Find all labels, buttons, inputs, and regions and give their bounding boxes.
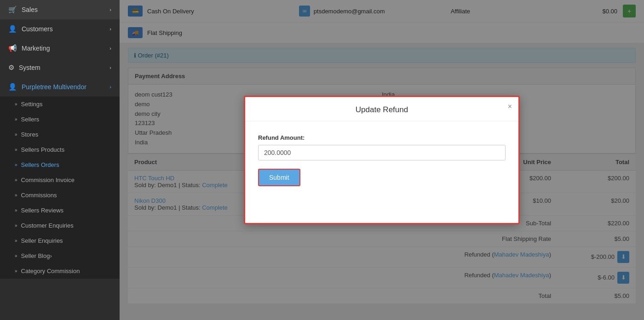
sidebar-label-sellers-reviews: Sellers Reviews — [21, 207, 63, 214]
sidebar-label-commission-invoice: Commission Invoice — [21, 177, 75, 183]
sidebar-item-commissions[interactable]: » Commissions — [0, 188, 120, 203]
sidebar-item-sellers-reviews[interactable]: » Sellers Reviews — [0, 203, 120, 218]
sidebar-label-category-commission: Category Commission — [21, 268, 80, 274]
sidebar-item-customers[interactable]: 👤 Customers › — [0, 19, 120, 39]
sidebar-item-system[interactable]: ⚙ System › — [0, 58, 120, 77]
sidebar-item-category-commission[interactable]: » Category Commission — [0, 263, 120, 279]
bullet-customer-enquiries: » — [15, 223, 17, 228]
purpletree-arrow: › — [109, 84, 111, 90]
sidebar-item-marketing[interactable]: 📢 Marketing › — [0, 39, 120, 58]
sidebar-label-customer-enquiries: Customer Enquiries — [21, 222, 74, 229]
sales-icon: 🛒 — [8, 6, 17, 14]
sidebar-item-sellers-orders[interactable]: » Sellers Orders — [0, 157, 120, 172]
refund-amount-group: Refund Amount: — [258, 134, 506, 160]
sidebar-label-sellers-products: Sellers Products — [21, 146, 65, 153]
sidebar-label-system: System — [19, 64, 40, 71]
sidebar-item-sales[interactable]: 🛒 Sales › — [0, 0, 120, 19]
modal: Update Refund × Refund Amount: Submit — [244, 96, 520, 224]
marketing-arrow: › — [109, 46, 111, 51]
sidebar-item-stores[interactable]: » Stores — [0, 127, 120, 142]
sidebar-label-stores: Stores — [21, 131, 39, 138]
refund-amount-input[interactable] — [258, 145, 506, 160]
bullet-commission-invoice: » — [15, 177, 17, 183]
sidebar-label-sales: Sales — [22, 6, 38, 13]
bullet-stores: » — [15, 132, 17, 137]
bullet-sellers: » — [15, 117, 17, 122]
system-icon: ⚙ — [8, 63, 14, 72]
refund-amount-label: Refund Amount: — [258, 134, 506, 141]
marketing-icon: 📢 — [8, 44, 17, 52]
sidebar-label-purpletree: Purpletree Multivendor — [22, 83, 86, 91]
bullet-sellers-products: » — [15, 147, 17, 152]
sidebar-label-customers: Customers — [22, 25, 53, 33]
bullet-settings: » — [15, 102, 17, 107]
sidebar-label-seller-blog: Seller Blog — [21, 252, 50, 259]
sales-arrow: › — [109, 7, 111, 12]
modal-header: Update Refund × — [245, 97, 518, 121]
bullet-commissions: » — [15, 193, 17, 198]
sidebar-item-purpletree[interactable]: 👤 Purpletree Multivendor › — [0, 77, 120, 97]
modal-body: Refund Amount: Submit — [245, 121, 518, 201]
sidebar-item-sellers[interactable]: » Sellers — [0, 112, 120, 127]
bullet-sellers-orders: » — [15, 162, 17, 167]
sidebar-item-commission-invoice[interactable]: » Commission Invoice — [0, 172, 120, 188]
modal-overlay: Update Refund × Refund Amount: Submit — [120, 0, 644, 320]
bullet-category-commission: » — [15, 269, 17, 274]
sidebar-item-seller-enquiries[interactable]: » Seller Enquiries — [0, 233, 120, 248]
bullet-sellers-reviews: » — [15, 208, 17, 213]
sidebar-item-seller-blog[interactable]: » Seller Blog › — [0, 248, 120, 263]
sidebar-label-sellers-orders: Sellers Orders — [21, 161, 59, 168]
customers-icon: 👤 — [8, 25, 17, 33]
customers-arrow: › — [109, 26, 111, 32]
sidebar-label-sellers: Sellers — [21, 116, 40, 123]
bullet-seller-blog: » — [15, 253, 17, 258]
purpletree-icon: 👤 — [8, 83, 17, 91]
main-content: 💳 Cash On Delivery ✉ ptsdemodemo@gmail.c… — [120, 0, 644, 320]
sidebar-label-marketing: Marketing — [22, 45, 50, 52]
sidebar: 🛒 Sales › 👤 Customers › 📢 Marketing › ⚙ … — [0, 0, 120, 320]
sidebar-item-customer-enquiries[interactable]: » Customer Enquiries — [0, 218, 120, 233]
modal-submit-button[interactable]: Submit — [258, 169, 300, 186]
bullet-seller-enquiries: » — [15, 238, 17, 243]
sidebar-submenu: » Settings » Sellers » Stores » Sellers … — [0, 97, 120, 279]
sidebar-item-settings[interactable]: » Settings — [0, 97, 120, 112]
sidebar-label-seller-enquiries: Seller Enquiries — [21, 237, 63, 244]
sidebar-item-sellers-products[interactable]: » Sellers Products — [0, 142, 120, 157]
system-arrow: › — [109, 65, 111, 70]
modal-close-button[interactable]: × — [508, 103, 512, 111]
modal-title: Update Refund — [356, 105, 408, 114]
sidebar-label-commissions: Commissions — [21, 192, 57, 199]
seller-blog-arrow: › — [50, 252, 52, 259]
sidebar-label-settings: Settings — [21, 101, 43, 108]
